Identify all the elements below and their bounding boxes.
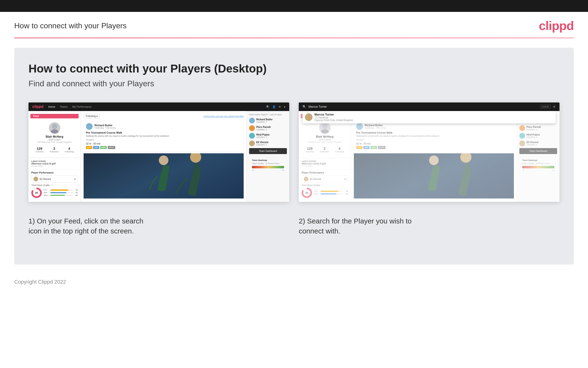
close-icon[interactable]: ✕: [553, 105, 556, 109]
top-bar: [0, 0, 588, 12]
search-result-name: Marcus Turner: [315, 113, 353, 116]
card-detail-row: Duration: [86, 138, 241, 141]
latest-activity: Latest Activity Afternoon round of golf …: [28, 158, 80, 169]
player-info-3: Eli Vincent Activities: 1: [256, 141, 268, 146]
profile-role-2: Golf Coach: [302, 138, 348, 141]
dimmed-app-content: Feed Blair McHarg: [299, 111, 560, 202]
team-dashboard-btn[interactable]: Team Dashboard: [249, 148, 287, 154]
profile-avatar: [49, 122, 60, 134]
header-divider: [14, 37, 574, 38]
app-nav-logo: clippd: [32, 105, 44, 109]
player-select-2: Eli Vincent ▾: [302, 175, 348, 183]
activity-card: Richard Butler Yesterday · The Grove Pre…: [84, 121, 244, 151]
bar-arg: ARG 64: [44, 194, 78, 196]
card-body-desc: Walking the course with my coach to buil…: [86, 135, 241, 137]
card-name: Richard Butler: [95, 124, 116, 127]
profile-avatar-2: [319, 122, 331, 134]
stat-activities-num: 129: [35, 147, 44, 150]
copyright: Copyright Clippd 2022: [14, 279, 66, 285]
tag-app: APP: [93, 146, 99, 149]
player-info-1: Piers Parnell Activities: 4: [256, 126, 271, 131]
search-result[interactable]: Marcus Turner 1.5 Handicap Cypress Point…: [303, 111, 556, 123]
logo: clippd: [539, 18, 574, 33]
sidebar-2: Feed Blair McHarg: [299, 111, 351, 202]
main-subheading: Find and connect with your Players: [28, 79, 560, 88]
player-avatar-1: [249, 125, 255, 131]
svg-point-8: [321, 129, 329, 134]
avatar-icon[interactable]: ●: [284, 105, 285, 108]
search-result-meta2: Cypress Point Club, United Kingdom: [315, 119, 353, 121]
nav-item-teams[interactable]: Teams: [60, 105, 67, 108]
duration-value: 02 hr : 00 min: [86, 142, 100, 145]
latest-activity-label: Latest Activity: [31, 160, 78, 162]
profile-name: Blair McHarg: [31, 135, 78, 138]
nav-item-performance[interactable]: My Performance: [72, 105, 92, 108]
right-panel-1: Most Active Players - Last 30 days Richa…: [246, 111, 289, 202]
profile-role: Golf Coach: [31, 138, 78, 141]
search-result-meta1: 1.5 Handicap: [315, 116, 353, 119]
feed-image-2: [354, 153, 514, 199]
right-panel-title: Most Active Players - Last 30 days: [249, 113, 287, 116]
heatmap-bar: [252, 166, 284, 168]
search-result-info: Marcus Turner 1.5 Handicap Cypress Point…: [315, 113, 353, 121]
quality-bars: OTT 79 APP 70: [44, 189, 78, 197]
player-item-2: Hiral Pujara Activities: 3: [249, 133, 287, 138]
search-icon-2[interactable]: 🔍: [303, 105, 306, 108]
tag-ott: OTT: [86, 146, 92, 149]
donut-score: 84: [33, 189, 40, 196]
bar-ott: OTT 79: [44, 189, 78, 191]
player-select[interactable]: Eli Vincent ▾: [31, 175, 78, 183]
feed-image: [84, 153, 244, 199]
page-title: How to connect with your Players: [14, 21, 127, 30]
screenshot-2: 🔍 Marcus Turner CLEAR ✕ Marcus Turner 1.…: [299, 102, 560, 202]
right-panel-2: Most Active Players - Last 30 days Richa…: [517, 111, 560, 202]
svg-point-6: [159, 156, 168, 165]
header: How to connect with your Players clippd: [0, 12, 588, 37]
heatmap-min: -5: [252, 169, 254, 171]
stat-activities-label: Activities: [35, 150, 44, 153]
card-person-info: Richard Butler Yesterday · The Grove: [95, 124, 116, 129]
following-btn[interactable]: Following ▾: [84, 114, 100, 118]
latest-activity-date: 27 Jul 2022: [31, 165, 78, 167]
svg-point-2: [53, 124, 57, 129]
bar-app: APP 70: [44, 192, 78, 194]
player-avatar-2: [249, 133, 255, 138]
description-1: 1) On your Feed, click on the searchicon…: [28, 216, 289, 246]
stat-followers-label: Followers: [50, 150, 59, 153]
sidebar-1: Feed Blair McHarg Golf C: [28, 111, 81, 202]
search-query[interactable]: Marcus Turner: [308, 105, 538, 108]
card-meta: Yesterday · The Grove: [95, 127, 116, 129]
feed-tab[interactable]: Feed: [30, 114, 79, 118]
player-select-avatar: [34, 177, 38, 181]
chevron-down-icon: ▾: [74, 178, 76, 180]
stat-followers-num: 3: [50, 147, 59, 150]
player-perf-title: Player Performance: [31, 171, 78, 174]
control-link[interactable]: Control who can see your activity and da…: [203, 115, 244, 118]
donut-chart: 84: [31, 188, 42, 198]
quality-label: Total Player Quality ⓘ: [31, 184, 78, 187]
clear-button[interactable]: CLEAR: [540, 105, 551, 109]
search-result-avatar: [305, 113, 313, 121]
profile-club-2: Mill Ride Golf Club, United Kingdom: [302, 141, 348, 143]
person-icon[interactable]: 👤: [272, 105, 276, 108]
nav-item-home[interactable]: Home: [48, 105, 55, 108]
team-dashboard-btn-2: Team Dashboard: [519, 148, 557, 154]
heatmap-max: +5: [282, 169, 284, 171]
stat-following: 4 Following: [65, 147, 74, 153]
card-avatar: [86, 123, 93, 130]
heatmap-title: Team Heatmap: [252, 159, 284, 161]
heatmap-range: -5 +5: [252, 169, 284, 171]
player-avatar-0: [249, 118, 255, 123]
search-icon[interactable]: 🔍: [266, 105, 270, 108]
svg-point-12: [429, 156, 439, 165]
card-body-title: Pre Tournament Course Walk: [86, 131, 241, 134]
app-feed-2: Following ▾ Control who can see your act…: [351, 111, 517, 202]
description-row: 1) On your Feed, click on the searchicon…: [28, 216, 560, 246]
profile-club: Mill Ride Golf Club, United Kingdom: [31, 141, 78, 143]
app-nav-1: clippd Home Teams My Performance 🔍 👤 ⚙ ●: [28, 102, 289, 111]
settings-icon[interactable]: ⚙: [279, 105, 281, 108]
shot-tags: OTT APP ARG PUTT: [86, 146, 241, 149]
app-mockup-2: 🔍 Marcus Turner CLEAR ✕ Marcus Turner 1.…: [299, 102, 560, 202]
tag-putt: PUTT: [108, 146, 115, 149]
quality-donut: 84 OTT 79 APP: [31, 188, 78, 198]
